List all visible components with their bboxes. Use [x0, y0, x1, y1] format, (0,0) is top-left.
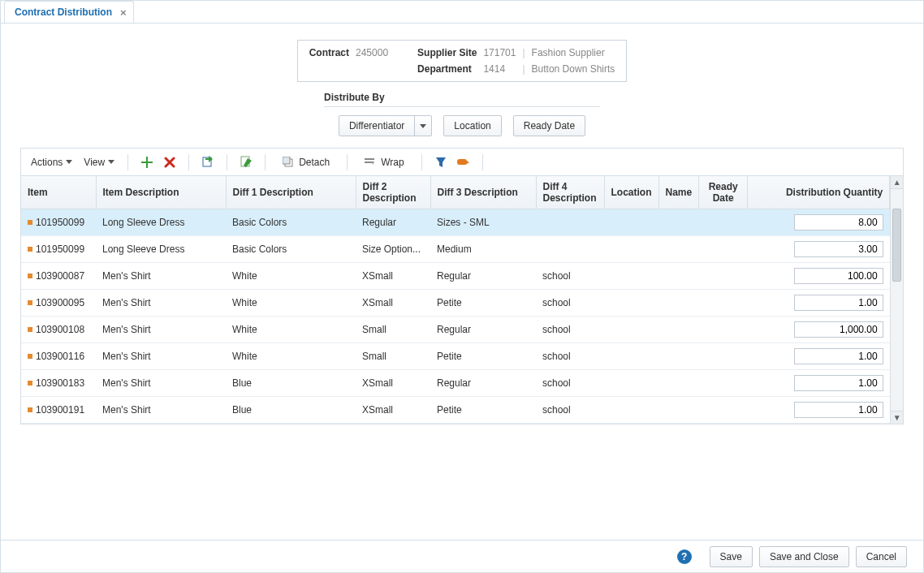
item-number: 103900108 [36, 324, 84, 335]
distribution-quantity-input[interactable] [794, 268, 883, 284]
grid-wrap: Item Item Description Diff 1 Description… [21, 176, 903, 424]
actions-label: Actions [31, 157, 63, 168]
diff4-description: school [536, 343, 604, 370]
diff2-description: Size Option... [356, 236, 430, 263]
col-diff2[interactable]: Diff 2 Description [356, 176, 430, 209]
distribution-quantity-input[interactable] [794, 214, 883, 230]
diff4-description: school [536, 290, 604, 317]
differentiator-dropdown[interactable] [414, 115, 432, 136]
table-row[interactable]: 101950099Long Sleeve DressBasic ColorsRe… [21, 209, 890, 236]
item-description: Men's Shirt [96, 397, 226, 424]
scroll-down-icon[interactable]: ▼ [891, 411, 903, 424]
diff1-description: White [226, 343, 356, 370]
table-row[interactable]: 103900183Men's ShirtBlueXSmallRegularsch… [21, 370, 890, 397]
vertical-scrollbar[interactable]: ▲ ▼ [890, 176, 903, 424]
item-marker-icon [28, 247, 32, 252]
detach-button[interactable]: Detach [275, 153, 337, 171]
diff1-description: Blue [226, 397, 356, 424]
table-row[interactable]: 103900108Men's ShirtWhiteSmallRegularsch… [21, 317, 890, 343]
item-marker-icon [28, 381, 32, 386]
item-marker-icon [28, 300, 32, 305]
diff3-description: Medium [430, 236, 536, 263]
item-number: 103900191 [36, 404, 84, 416]
close-icon[interactable]: × [120, 7, 127, 18]
item-description: Men's Shirt [96, 290, 226, 317]
header-info-area: Contract 245000 Supplier Site 171701 | F… [1, 24, 923, 87]
col-diff4[interactable]: Diff 4 Description [536, 176, 604, 209]
distribution-grid[interactable]: Item Item Description Diff 1 Description… [21, 176, 890, 424]
diff2-description: XSmall [356, 263, 430, 290]
table-row[interactable]: 103900095Men's ShirtWhiteXSmallPetitesch… [21, 290, 890, 317]
diff2-description: XSmall [356, 290, 430, 317]
save-button[interactable]: Save [710, 546, 753, 567]
grid-header-row: Item Item Description Diff 1 Description… [21, 176, 890, 209]
name-cell [658, 397, 699, 424]
help-icon[interactable]: ? [677, 549, 692, 564]
tab-contract-distribution[interactable]: Contract Distribution × [4, 1, 134, 23]
toolbar-separator [265, 154, 266, 170]
ready-date-button[interactable]: Ready Date [513, 115, 585, 136]
distribution-quantity-input[interactable] [794, 402, 883, 418]
col-diff1[interactable]: Diff 1 Description [226, 176, 356, 209]
location-cell [604, 209, 658, 236]
name-cell [658, 290, 699, 317]
diff3-description: Regular [430, 263, 536, 290]
scroll-up-icon[interactable]: ▲ [891, 176, 903, 189]
save-and-close-button[interactable]: Save and Close [759, 546, 849, 567]
chevron-down-icon [108, 160, 114, 164]
distribution-quantity-input[interactable] [794, 375, 883, 391]
department-id: 1414 [483, 63, 516, 75]
ready-date-cell [699, 209, 748, 236]
differentiator-button[interactable]: Differentiator [339, 115, 415, 136]
item-cell: 103900183 [28, 377, 89, 389]
item-cell: 103900087 [28, 270, 89, 282]
scroll-thumb[interactable] [892, 209, 901, 282]
table-row[interactable]: 103900116Men's ShirtWhiteSmallPetitescho… [21, 343, 890, 370]
view-menu[interactable]: View [80, 153, 118, 171]
item-marker-icon [28, 274, 32, 278]
export-icon[interactable] [199, 153, 217, 171]
col-name[interactable]: Name [658, 176, 699, 209]
distribution-quantity-input[interactable] [794, 241, 883, 257]
location-button[interactable]: Location [443, 115, 501, 136]
tab-strip: Contract Distribution × [1, 1, 923, 24]
item-marker-icon [28, 354, 32, 359]
table-row[interactable]: 103900087Men's ShirtWhiteXSmallRegularsc… [21, 263, 890, 290]
distribution-quantity-input[interactable] [794, 348, 883, 364]
svg-rect-3 [283, 157, 290, 164]
distribution-quantity-input[interactable] [794, 321, 883, 338]
toolbar-separator [227, 154, 227, 170]
department-label: Department [417, 63, 477, 75]
name-cell [658, 263, 699, 290]
supplier-site-name: Fashion Supplier [532, 47, 615, 58]
item-description: Men's Shirt [96, 370, 226, 397]
table-row[interactable]: 103900191Men's ShirtBlueXSmallPetitescho… [21, 397, 890, 424]
footer-bar: ? Save Save and Close Cancel [1, 540, 923, 572]
distribute-by-header: Distribute By [324, 92, 600, 107]
table-row[interactable]: 101950099Long Sleeve DressBasic ColorsSi… [21, 236, 890, 263]
location-cell [604, 397, 658, 424]
delete-icon[interactable] [161, 153, 179, 171]
location-cell [604, 317, 658, 343]
filter-icon[interactable] [432, 153, 450, 171]
item-number: 103900087 [36, 270, 84, 282]
distribution-quantity-input[interactable] [794, 295, 883, 311]
col-qty[interactable]: Distribution Quantity [748, 176, 890, 209]
item-cell: 103900108 [28, 324, 89, 335]
col-item-desc[interactable]: Item Description [96, 176, 226, 209]
col-item[interactable]: Item [21, 176, 96, 209]
actions-menu[interactable]: Actions [28, 153, 76, 171]
col-ready-date[interactable]: Ready Date [699, 176, 748, 209]
diff4-description [536, 236, 604, 263]
col-location[interactable]: Location [604, 176, 658, 209]
contract-distribution-window: Contract Distribution × Contract 245000 … [0, 0, 924, 573]
edit-icon[interactable] [237, 153, 255, 171]
wrap-button[interactable]: Wrap [357, 153, 411, 171]
col-diff3[interactable]: Diff 3 Description [430, 176, 536, 209]
diff2-description: Regular [356, 209, 430, 236]
cancel-button[interactable]: Cancel [856, 546, 907, 567]
header-info-box: Contract 245000 Supplier Site 171701 | F… [297, 40, 628, 82]
clear-filter-icon[interactable] [455, 153, 473, 171]
add-icon[interactable] [138, 153, 156, 171]
diff1-description: White [226, 263, 356, 290]
